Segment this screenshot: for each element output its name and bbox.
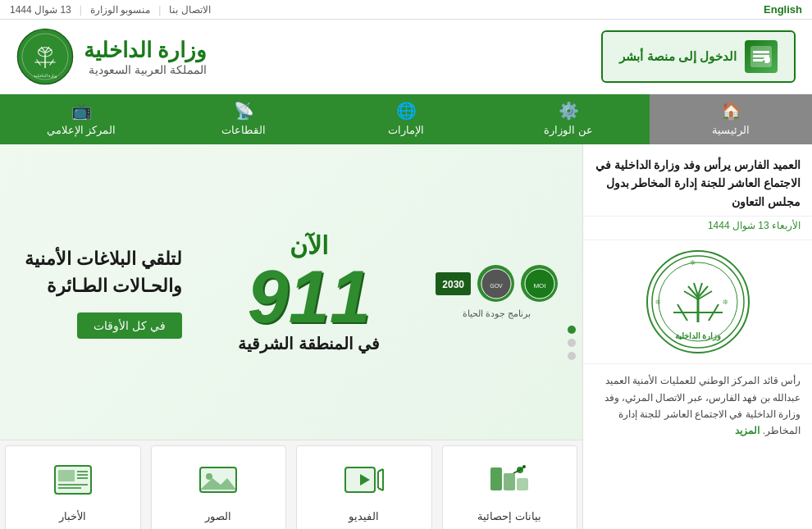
hero-report-line1: لتلقي البلاغات الأمنية bbox=[25, 245, 182, 272]
nav-label-sectors: القطاعات bbox=[221, 124, 266, 136]
top-bar-links: الاتصال بنا | منسوبو الوزارة | 13 شوال 1… bbox=[10, 4, 211, 16]
svg-rect-39 bbox=[490, 467, 502, 490]
top-bar: English الاتصال بنا | منسوبو الوزارة | 1… bbox=[0, 0, 812, 20]
nav-item-ministry[interactable]: ⚙️ عن الوزارة bbox=[487, 94, 650, 144]
hero-center-content: الآن 911 في المنطقة الشرقية bbox=[238, 231, 380, 353]
ministry-logo: وزارة الداخلية المملكة العربية السعودية … bbox=[16, 28, 207, 85]
absher-text: الدخول إلى منصة أبشر bbox=[619, 49, 737, 64]
sectors-icon: 📡 bbox=[234, 103, 254, 119]
nav-label-home: الرئيسية bbox=[712, 124, 750, 136]
sidebar-news-headline: العميد الفارس يرأس وفد وزارة الداخلية في… bbox=[583, 144, 812, 217]
card-stats-label: بيانات إحصائية bbox=[477, 510, 541, 522]
nav-label-media: المركز الإعلامي bbox=[47, 124, 116, 136]
slider-dot-1[interactable] bbox=[568, 326, 576, 334]
stats-icon bbox=[489, 463, 530, 504]
card-video[interactable]: الفيديو bbox=[296, 445, 432, 529]
card-news[interactable]: الأخبار bbox=[5, 445, 141, 529]
bottom-cards: بيانات إحصائية الفيديو bbox=[0, 440, 582, 529]
nav-item-sectors[interactable]: 📡 القطاعات bbox=[162, 94, 325, 144]
nav-label-ministry: عن الوزارة bbox=[544, 124, 593, 136]
svg-text:❊: ❊ bbox=[690, 259, 696, 267]
sidebar-image-area: وزارة الداخلية ❊ ❊ ❊ bbox=[583, 240, 812, 364]
svg-rect-1 bbox=[753, 51, 769, 53]
sidebar-news-description: رأس قائد المركز الوطني للعمليات الأمنية … bbox=[583, 364, 812, 448]
nav-item-media[interactable]: 📺 المركز الإعلامي bbox=[0, 94, 162, 144]
divider2: | bbox=[158, 4, 161, 16]
svg-text:GOV: GOV bbox=[490, 283, 503, 289]
card-stats[interactable]: بيانات إحصائية bbox=[442, 445, 578, 529]
svg-text:+: + bbox=[762, 58, 765, 63]
hero-emergency-number: 911 bbox=[238, 260, 380, 334]
main-nav: 🏠 الرئيسية ⚙️ عن الوزارة 🌐 الإمارات 📡 ال… bbox=[0, 94, 812, 144]
ministry-subtitle: المملكة العربية السعودية bbox=[84, 63, 207, 76]
ministry-staff-link[interactable]: منسوبو الوزارة bbox=[90, 4, 150, 16]
nav-item-emirates[interactable]: 🌐 الإمارات bbox=[325, 94, 487, 144]
slider-dots bbox=[568, 326, 576, 360]
contact-link[interactable]: الاتصال بنا bbox=[169, 4, 210, 16]
hero-slider: MOI GOV 2030 برنامج جودة الحياة bbox=[0, 144, 582, 529]
language-switcher[interactable]: English bbox=[764, 3, 802, 16]
card-video-label: الفيديو bbox=[349, 510, 379, 522]
partner-logos: MOI GOV 2030 bbox=[436, 265, 558, 302]
divider1: | bbox=[80, 4, 82, 16]
card-news-label: الأخبار bbox=[59, 510, 86, 522]
sidebar: العميد الفارس يرأس وفد وزارة الداخلية في… bbox=[582, 144, 812, 529]
svg-text:MOI: MOI bbox=[533, 282, 545, 290]
hero-location: في المنطقة الشرقية bbox=[238, 334, 380, 353]
svg-rect-40 bbox=[504, 473, 515, 490]
ministry-seal: وزارة الداخلية bbox=[16, 28, 74, 85]
hero-report-button[interactable]: في كل الأوقات bbox=[77, 312, 182, 339]
svg-point-53 bbox=[206, 473, 212, 480]
media-icon: 📺 bbox=[71, 103, 92, 119]
video-icon bbox=[344, 463, 385, 504]
vision-label: برنامج جودة الحياة bbox=[463, 308, 531, 319]
nav-item-home[interactable]: 🏠 الرئيسية bbox=[650, 94, 812, 144]
svg-text:❊: ❊ bbox=[723, 299, 728, 306]
absher-banner[interactable]: + الدخول إلى منصة أبشر bbox=[601, 30, 796, 83]
svg-rect-41 bbox=[517, 478, 528, 490]
partner-logo-2: GOV bbox=[477, 265, 514, 302]
svg-text:وزارة الداخلية: وزارة الداخلية bbox=[674, 331, 721, 341]
hero-logos-area: MOI GOV 2030 برنامج جودة الحياة bbox=[436, 265, 558, 319]
slider-dot-3[interactable] bbox=[568, 352, 576, 360]
card-photos-label: الصور bbox=[205, 510, 231, 522]
hero-slide-1: MOI GOV 2030 برنامج جودة الحياة bbox=[0, 144, 582, 440]
ministry-title: وزارة الداخلية bbox=[84, 38, 207, 63]
sidebar-news-date: الأربعاء 13 شوال 1444 bbox=[583, 217, 812, 240]
hero-report-line2: والحـالات الطـائرة bbox=[25, 272, 182, 299]
hero-right-content: لتلقي البلاغات الأمنية والحـالات الطـائر… bbox=[25, 245, 182, 339]
svg-rect-56 bbox=[58, 470, 75, 481]
vision-2030-badge: 2030 bbox=[442, 279, 464, 290]
home-icon: 🏠 bbox=[721, 103, 741, 119]
emirates-icon: 🌐 bbox=[396, 103, 417, 119]
absher-icon: + bbox=[745, 40, 778, 73]
slider-dot-2[interactable] bbox=[568, 339, 576, 347]
sidebar-more-link[interactable]: المزيد bbox=[735, 425, 760, 436]
svg-text:❊: ❊ bbox=[655, 299, 661, 306]
logo-text-block: وزارة الداخلية المملكة العربية السعودية bbox=[84, 38, 207, 76]
ministry-icon: ⚙️ bbox=[559, 103, 579, 119]
nav-label-emirates: الإمارات bbox=[388, 124, 424, 136]
photos-icon bbox=[198, 463, 239, 504]
partner-logo-1: MOI bbox=[521, 265, 558, 302]
header: + الدخول إلى منصة أبشر وزارة الداخلية ال… bbox=[0, 20, 812, 94]
news-icon bbox=[52, 463, 94, 504]
card-photos[interactable]: الصور bbox=[151, 445, 287, 529]
sidebar-ministry-seal: وزارة الداخلية ❊ ❊ ❊ bbox=[645, 249, 751, 355]
date-display: 13 شوال 1444 bbox=[10, 4, 71, 16]
main-content: العميد الفارس يرأس وفد وزارة الداخلية في… bbox=[0, 144, 812, 529]
